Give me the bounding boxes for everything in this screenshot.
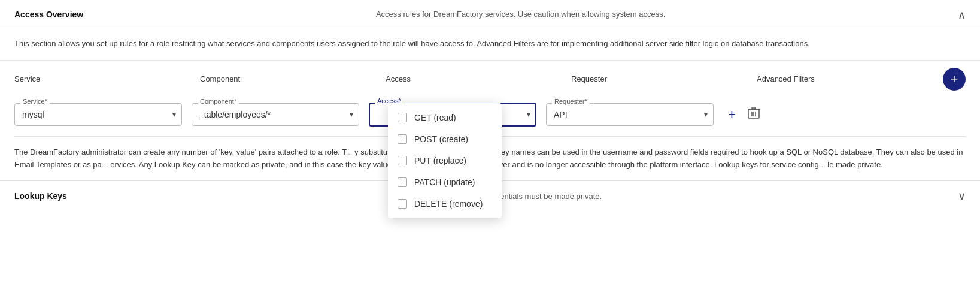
description-text: This section allows you set up rules for… xyxy=(0,28,980,61)
lookup-subtitle: Lookup keys for ... redentials must be m… xyxy=(67,192,958,201)
dropdown-label-get: GET (read) xyxy=(414,113,456,122)
section-header: Access Overview Access rules for DreamFa… xyxy=(0,0,980,28)
col-add-header: + xyxy=(936,68,966,91)
dropdown-item-post[interactable]: POST (create) xyxy=(388,128,502,150)
service-select[interactable]: mysql xyxy=(14,103,182,126)
col-service-header: Service xyxy=(14,74,200,83)
page-container: Access Overview Access rules for DreamFa… xyxy=(0,0,980,301)
dropdown-item-put[interactable]: PUT (replace) xyxy=(388,150,502,171)
plus-icon: + xyxy=(951,73,958,86)
lookup-title: Lookup Keys xyxy=(14,191,67,201)
requester-select[interactable]: API xyxy=(546,103,714,126)
dropdown-label-put: PUT (replace) xyxy=(414,156,466,165)
requester-field-label: Requester* xyxy=(552,98,590,105)
service-field-label: Service* xyxy=(20,98,50,105)
checkbox-delete[interactable] xyxy=(398,199,407,209)
col-component-header: Component xyxy=(200,74,386,83)
requester-field-wrapper: Requester* API ▾ xyxy=(546,103,714,126)
add-row-button[interactable]: + xyxy=(943,68,966,91)
table-header: Service Component Access Requester Advan… xyxy=(0,61,980,98)
checkbox-get[interactable] xyxy=(398,113,407,122)
expand-icon: ∨ xyxy=(958,189,966,203)
component-field-label: Component* xyxy=(198,98,239,105)
section-subtitle: Access rules for DreamFactory services. … xyxy=(83,10,958,19)
row-delete-button[interactable] xyxy=(748,106,760,122)
collapse-button[interactable]: ∧ xyxy=(958,10,966,20)
checkbox-post[interactable] xyxy=(398,134,407,144)
dropdown-label-post: POST (create) xyxy=(414,134,468,144)
component-field-wrapper: Component* _table/employees/* ▾ xyxy=(192,103,359,126)
dropdown-label-delete: DELETE (remove) xyxy=(414,199,483,209)
dropdown-item-delete[interactable]: DELETE (remove) xyxy=(388,193,502,215)
checkbox-patch[interactable] xyxy=(398,177,407,187)
col-filters-header: Advanced Filters xyxy=(757,74,936,83)
component-select[interactable]: _table/employees/* xyxy=(192,103,359,126)
row-add-filter-button[interactable]: + xyxy=(728,107,736,122)
col-access-header: Access xyxy=(386,74,571,83)
dropdown-label-patch: PATCH (update) xyxy=(414,177,475,187)
service-field-wrapper: Service* mysql ▾ xyxy=(14,103,182,126)
row-actions: + xyxy=(728,106,760,122)
checkbox-put[interactable] xyxy=(398,156,407,165)
section-title: Access Overview xyxy=(14,10,83,19)
dropdown-item-patch[interactable]: PATCH (update) xyxy=(388,171,502,193)
dropdown-item-get[interactable]: GET (read) xyxy=(388,107,502,128)
col-requester-header: Requester xyxy=(571,74,757,83)
access-dropdown: GET (read) POST (create) PUT (replace) P… xyxy=(388,103,502,218)
